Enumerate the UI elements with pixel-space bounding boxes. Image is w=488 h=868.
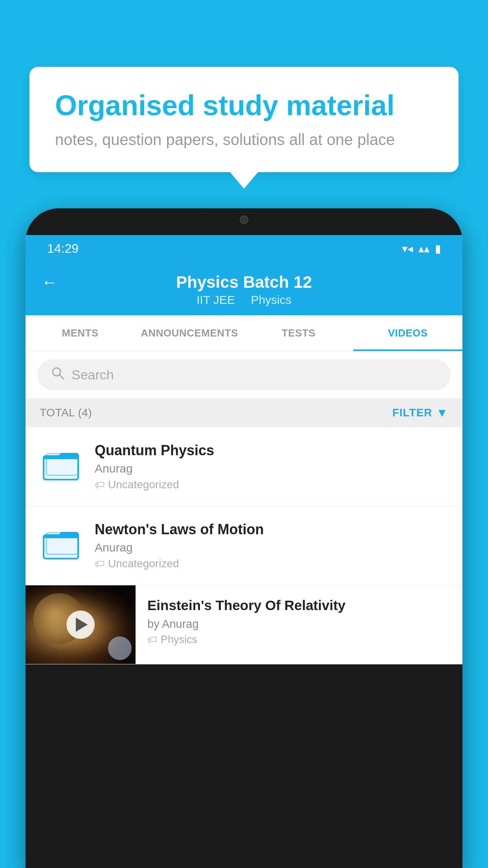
tag-label: Uncategorized: [108, 557, 179, 570]
video-title: Quantum Physics: [95, 442, 448, 459]
folder-icon: [42, 444, 81, 484]
header-subtitle-iitjee: IIT JEE: [196, 293, 235, 306]
header-title: Physics Batch 12: [176, 273, 312, 292]
video-thumbnail: [26, 585, 136, 664]
play-button[interactable]: [66, 611, 95, 639]
tag-icon: 🏷: [95, 479, 105, 491]
filter-button[interactable]: FILTER ▼: [392, 406, 448, 419]
video-author: Anurag: [95, 462, 448, 475]
play-icon: [76, 618, 88, 632]
header-subtitle: IIT JEE Physics: [193, 293, 295, 307]
speech-bubble-subtitle: notes, question papers, solutions all at…: [55, 131, 433, 149]
video-title: Newton's Laws of Motion: [95, 521, 448, 538]
video-info: Newton's Laws of Motion Anurag 🏷 Uncateg…: [95, 521, 448, 570]
tag-icon: 🏷: [147, 634, 158, 646]
filter-icon: ▼: [436, 406, 448, 419]
phone-screen: 14:29 ▾◂ ▴▴ ▮ ← Physics Batch 12 IIT JEE…: [26, 235, 462, 664]
tab-bar: MENTS ANNOUNCEMENTS TESTS VIDEOS: [26, 315, 462, 351]
status-icons: ▾◂ ▴▴ ▮: [402, 242, 441, 255]
svg-rect-8: [44, 538, 78, 559]
wifi-icon: ▾◂: [402, 242, 413, 255]
video-author: by Anurag: [147, 618, 451, 631]
list-item[interactable]: Einstein's Theory Of Relativity by Anura…: [26, 585, 462, 664]
speech-bubble: Organised study material notes, question…: [29, 67, 459, 172]
battery-icon: ▮: [435, 242, 441, 255]
video-thumb: [40, 521, 83, 565]
total-bar: TOTAL (4) FILTER ▼: [26, 398, 462, 427]
search-container: Search: [26, 351, 462, 398]
svg-rect-4: [44, 459, 78, 480]
folder-icon: [42, 523, 81, 563]
phone-top-bezel: [26, 208, 462, 235]
video-tag: 🏷 Uncategorized: [95, 557, 448, 570]
tag-label: Physics: [161, 634, 197, 646]
header-subtitle-physics: Physics: [251, 293, 291, 306]
tab-ments[interactable]: MENTS: [26, 315, 135, 351]
total-label: TOTAL (4): [40, 406, 92, 419]
tab-videos[interactable]: VIDEOS: [353, 315, 462, 351]
search-bar[interactable]: Search: [37, 359, 451, 390]
phone-frame: 14:29 ▾◂ ▴▴ ▮ ← Physics Batch 12 IIT JEE…: [26, 208, 462, 868]
video-info: Einstein's Theory Of Relativity by Anura…: [136, 585, 462, 657]
speech-bubble-title: Organised study material: [55, 88, 433, 122]
signal-icon: ▴▴: [418, 242, 429, 255]
tag-icon: 🏷: [95, 558, 105, 570]
video-info: Quantum Physics Anurag 🏷 Uncategorized: [95, 442, 448, 491]
status-time: 14:29: [47, 241, 79, 256]
app-header: ← Physics Batch 12 IIT JEE Physics: [26, 262, 462, 315]
status-bar: 14:29 ▾◂ ▴▴ ▮: [26, 235, 462, 262]
video-tag: 🏷 Physics: [147, 634, 451, 646]
tab-announcements[interactable]: ANNOUNCEMENTS: [135, 315, 244, 351]
search-placeholder: Search: [72, 367, 114, 383]
back-button[interactable]: ←: [41, 273, 58, 292]
tag-label: Uncategorized: [108, 478, 179, 491]
list-item[interactable]: Quantum Physics Anurag 🏷 Uncategorized: [26, 427, 462, 506]
front-camera: [240, 215, 248, 224]
tab-tests[interactable]: TESTS: [244, 315, 353, 351]
svg-line-1: [60, 375, 64, 379]
video-title: Einstein's Theory Of Relativity: [147, 596, 451, 614]
search-icon: [51, 366, 64, 383]
video-author: Anurag: [95, 541, 448, 554]
video-list: Quantum Physics Anurag 🏷 Uncategorized: [26, 427, 462, 664]
video-tag: 🏷 Uncategorized: [95, 478, 448, 491]
filter-label: FILTER: [392, 406, 432, 419]
video-thumb: [40, 442, 83, 485]
list-item[interactable]: Newton's Laws of Motion Anurag 🏷 Uncateg…: [26, 506, 462, 585]
notch: [205, 208, 283, 231]
